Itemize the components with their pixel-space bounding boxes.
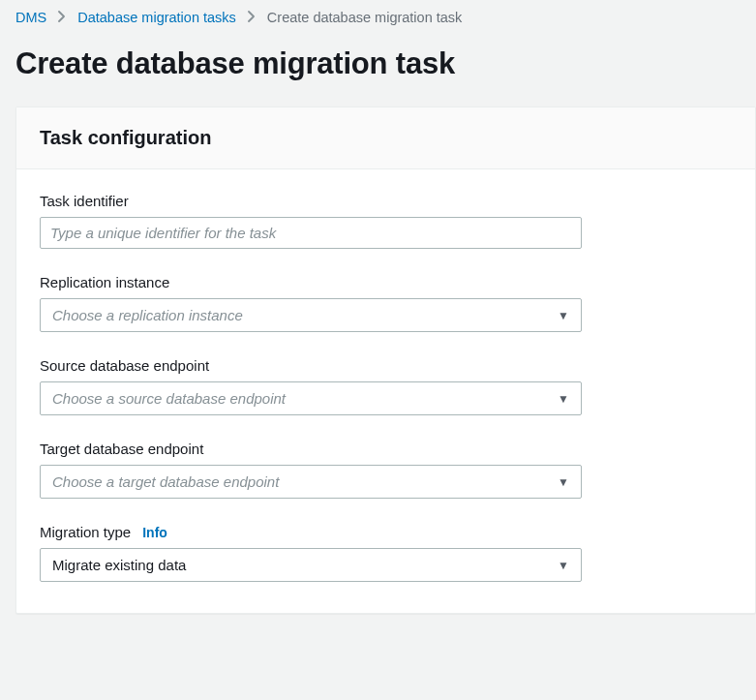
breadcrumb-link-dms[interactable]: DMS <box>15 10 46 25</box>
field-source-endpoint: Source database endpoint Choose a source… <box>40 357 732 415</box>
migration-type-label: Migration type <box>40 524 131 540</box>
replication-instance-label: Replication instance <box>40 274 732 290</box>
field-task-identifier: Task identifier <box>40 193 732 249</box>
task-configuration-panel: Task configuration Task identifier Repli… <box>15 107 756 614</box>
field-target-endpoint: Target database endpoint Choose a target… <box>40 441 732 499</box>
source-endpoint-placeholder: Choose a source database endpoint <box>52 390 286 407</box>
target-endpoint-label: Target database endpoint <box>40 441 732 457</box>
source-endpoint-label: Source database endpoint <box>40 357 732 374</box>
breadcrumb-link-tasks[interactable]: Database migration tasks <box>77 10 236 25</box>
migration-type-info-link[interactable]: Info <box>142 525 167 540</box>
target-endpoint-placeholder: Choose a target database endpoint <box>52 473 279 490</box>
source-endpoint-select[interactable]: Choose a source database endpoint ▼ <box>40 381 582 415</box>
chevron-right-icon <box>58 11 66 25</box>
breadcrumb: DMS Database migration tasks Create data… <box>15 10 756 25</box>
replication-instance-select[interactable]: Choose a replication instance ▼ <box>40 298 582 332</box>
migration-type-value: Migrate existing data <box>52 557 186 573</box>
panel-heading: Task configuration <box>40 127 732 149</box>
chevron-down-icon: ▼ <box>558 559 569 572</box>
chevron-down-icon: ▼ <box>558 475 569 489</box>
field-replication-instance: Replication instance Choose a replicatio… <box>40 274 732 332</box>
panel-body: Task identifier Replication instance Cho… <box>16 169 755 613</box>
target-endpoint-select[interactable]: Choose a target database endpoint ▼ <box>40 465 582 499</box>
task-identifier-input[interactable] <box>40 217 582 249</box>
replication-instance-placeholder: Choose a replication instance <box>52 307 243 323</box>
migration-type-select[interactable]: Migrate existing data ▼ <box>40 548 582 582</box>
task-identifier-label: Task identifier <box>40 193 732 209</box>
panel-header: Task configuration <box>16 107 755 169</box>
page-title: Create database migration task <box>15 46 756 81</box>
breadcrumb-current: Create database migration task <box>267 10 463 25</box>
chevron-down-icon: ▼ <box>558 392 569 406</box>
chevron-right-icon <box>248 11 256 25</box>
field-migration-type: Migration type Info Migrate existing dat… <box>40 524 732 582</box>
chevron-down-icon: ▼ <box>558 309 569 322</box>
